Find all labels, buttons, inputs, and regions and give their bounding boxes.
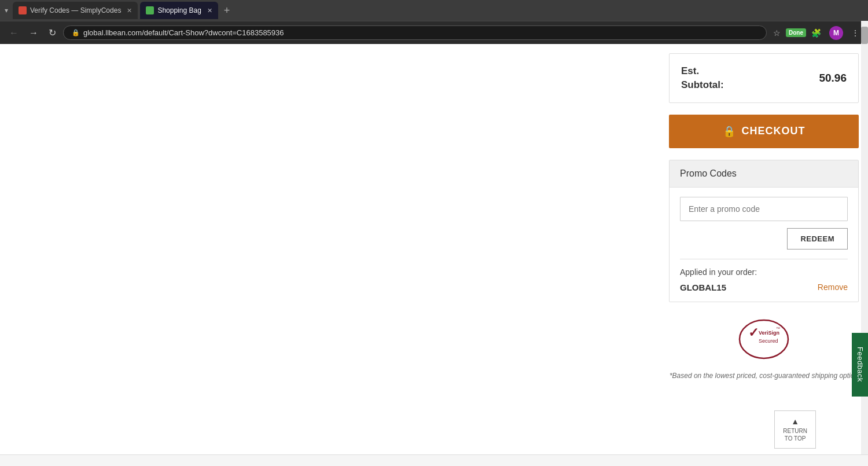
statusbar <box>0 454 868 466</box>
promo-body: REDEEM Applied in your order: GLOBAL15 R… <box>670 188 858 302</box>
menu-button[interactable]: ⋮ <box>848 26 862 40</box>
refresh-button[interactable]: ↻ <box>45 25 60 41</box>
nav-bar: ← → ↻ 🔒 global.llbean.com/default/Cart-S… <box>0 21 868 44</box>
tab-2-close[interactable]: ✕ <box>207 7 212 14</box>
return-to-top-button[interactable]: ▲ RETURNTO TOP <box>774 410 816 449</box>
svg-text:VeriSign: VeriSign <box>759 330 779 336</box>
svg-text:™: ™ <box>776 326 780 331</box>
address-url: global.llbean.com/default/Cart-Show?dwco… <box>83 28 758 37</box>
verisign-container: ✓ VeriSign Secured ™ <box>669 318 859 360</box>
tab-2[interactable]: Shopping Bag ✕ <box>140 2 218 19</box>
promo-divider <box>680 259 848 259</box>
right-panel: Est. Subtotal: 50.96 🔒 CHECKOUT Promo Co… <box>660 44 868 466</box>
applied-code: GLOBAL15 <box>680 282 726 292</box>
subtotal-value: 50.96 <box>819 72 847 85</box>
feedback-label: Feedback <box>856 347 865 382</box>
promo-header: Promo Codes <box>670 160 858 188</box>
tab-bar: ▾ Verify Codes — SimplyCodes ✕ Shopping … <box>0 0 868 21</box>
bookmark-button[interactable]: ☆ <box>770 26 784 40</box>
new-tab-button[interactable]: + <box>220 5 234 17</box>
tab-2-favicon <box>146 6 154 14</box>
return-to-top-arrow: ▲ <box>791 417 799 426</box>
extensions-button[interactable]: 🧩 <box>808 26 824 40</box>
subtotal-box: Est. Subtotal: 50.96 <box>669 53 859 103</box>
address-bar[interactable]: 🔒 global.llbean.com/default/Cart-Show?dw… <box>63 25 767 40</box>
done-badge: Done <box>786 28 806 37</box>
promo-title: Promo Codes <box>680 168 737 178</box>
scrollbar-track[interactable] <box>861 21 868 466</box>
scrollbar-thumb[interactable] <box>861 27 868 44</box>
verisign-svg: ✓ VeriSign Secured ™ <box>738 318 790 360</box>
left-area <box>0 44 660 466</box>
nav-right: ☆ Done 🧩 M ⋮ <box>770 24 862 42</box>
checkout-button[interactable]: 🔒 CHECKOUT <box>669 115 859 148</box>
applied-label: Applied in your order: <box>680 267 848 277</box>
user-profile-button[interactable]: M <box>826 24 846 42</box>
address-lock-icon: 🔒 <box>72 29 80 36</box>
forward-button[interactable]: → <box>25 25 42 41</box>
avatar: M <box>829 26 843 40</box>
redeem-row: REDEEM <box>680 228 848 249</box>
remove-code-button[interactable]: Remove <box>818 282 848 292</box>
applied-code-row: GLOBAL15 Remove <box>680 282 848 292</box>
footer-note: *Based on the lowest priced, cost-guaran… <box>669 372 859 380</box>
feedback-button[interactable]: Feedback <box>852 333 868 397</box>
svg-text:✓: ✓ <box>748 325 759 340</box>
back-button[interactable]: ← <box>6 25 22 41</box>
promo-box: Promo Codes REDEEM Applied in your order… <box>669 160 859 302</box>
tab-1-label: Verify Codes — SimplyCodes <box>30 6 121 14</box>
page-content: Est. Subtotal: 50.96 🔒 CHECKOUT Promo Co… <box>0 44 868 466</box>
subtotal-label: Est. Subtotal: <box>681 64 724 92</box>
tab-1-close[interactable]: ✕ <box>127 7 132 14</box>
verisign-badge: ✓ VeriSign Secured ™ <box>738 318 790 360</box>
tab-2-label: Shopping Bag <box>157 6 201 14</box>
browser-chrome: ▾ Verify Codes — SimplyCodes ✕ Shopping … <box>0 0 868 44</box>
tab-1-favicon <box>19 6 27 14</box>
checkout-label: CHECKOUT <box>742 125 806 137</box>
promo-code-input[interactable] <box>680 197 848 221</box>
redeem-button[interactable]: REDEEM <box>787 228 848 249</box>
return-to-top-label: RETURNTO TOP <box>783 427 807 442</box>
checkout-lock-icon: 🔒 <box>723 125 736 138</box>
tab-1[interactable]: Verify Codes — SimplyCodes ✕ <box>13 2 138 19</box>
svg-text:Secured: Secured <box>759 338 778 344</box>
tab-dropdown-button[interactable]: ▾ <box>5 6 8 14</box>
